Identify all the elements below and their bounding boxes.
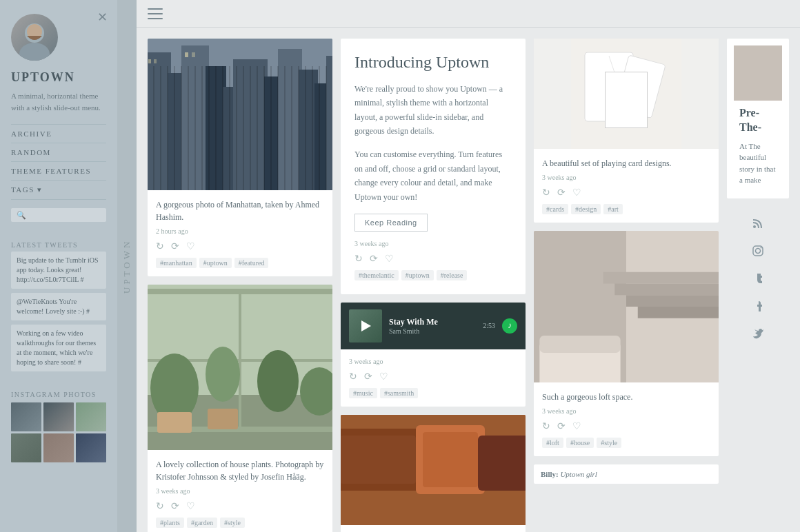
tag[interactable]: #house bbox=[566, 438, 594, 448]
play-icon[interactable] bbox=[361, 320, 371, 331]
tag[interactable]: #music bbox=[349, 388, 377, 398]
sidebar-item-tags[interactable]: TAGS ▾ bbox=[11, 181, 106, 200]
tag[interactable]: #art bbox=[603, 204, 623, 214]
post-actions: ↻ ⟳ ♡ bbox=[542, 187, 710, 198]
svg-rect-19 bbox=[185, 52, 188, 57]
column-2: Introducing Uptown We're really proud to… bbox=[341, 39, 526, 532]
tag[interactable]: #loft bbox=[542, 438, 563, 448]
tag[interactable]: #garden bbox=[187, 518, 217, 528]
share-icon[interactable]: ↻ bbox=[542, 187, 550, 198]
svg-rect-55 bbox=[614, 284, 719, 296]
sidebar-item-theme-features[interactable]: THEME FEATURES bbox=[11, 162, 106, 181]
like-icon[interactable]: ♡ bbox=[385, 253, 394, 265]
post-caption: A lovely collection of house plants. Pho… bbox=[156, 458, 324, 483]
sidebar-item-archive[interactable]: ARCHIVE bbox=[11, 124, 106, 143]
tag[interactable]: #style bbox=[220, 518, 245, 528]
post-body: A beautiful set of playing card designs.… bbox=[534, 149, 719, 223]
share-icon[interactable]: ↻ bbox=[354, 253, 363, 265]
svg-point-65 bbox=[761, 247, 762, 248]
hamburger-line bbox=[148, 13, 163, 14]
reblog-icon[interactable]: ⟳ bbox=[557, 420, 566, 432]
loft-post: 0:30 Such a gorgeous loft space. 3 weeks… bbox=[534, 231, 719, 456]
svg-rect-14 bbox=[299, 70, 318, 190]
like-icon[interactable]: ♡ bbox=[186, 241, 195, 252]
share-icon[interactable]: ↻ bbox=[349, 371, 357, 382]
post-time: 2 hours ago bbox=[156, 227, 324, 235]
post-caption: A beautiful set of playing card designs. bbox=[542, 157, 710, 170]
reblog-icon[interactable]: ⟳ bbox=[370, 253, 378, 265]
wallets-image bbox=[341, 415, 526, 525]
wallets-post: A gorgeous selection of leather wallets.… bbox=[341, 415, 526, 532]
instagram-photo[interactable] bbox=[76, 433, 106, 462]
svg-rect-8 bbox=[181, 45, 209, 190]
tag[interactable]: #cards bbox=[542, 204, 568, 214]
svg-rect-30 bbox=[157, 412, 192, 433]
top-bar bbox=[137, 0, 800, 28]
reblog-icon[interactable]: ⟳ bbox=[171, 500, 179, 512]
tag[interactable]: #themelantic bbox=[354, 270, 399, 280]
tag[interactable]: #style bbox=[597, 438, 621, 448]
instagram-photo[interactable] bbox=[43, 433, 74, 462]
svg-rect-59 bbox=[539, 336, 620, 353]
columns-wrapper: A gorgeous photo of Manhattan, taken by … bbox=[137, 28, 800, 532]
svg-rect-57 bbox=[638, 307, 719, 318]
music-title: Stay With Me bbox=[389, 317, 476, 327]
like-icon[interactable]: ♡ bbox=[379, 371, 388, 382]
tag[interactable]: #manhattan bbox=[156, 258, 197, 268]
post-tags: #music #samsmith bbox=[349, 388, 517, 398]
tag[interactable]: #design bbox=[571, 204, 601, 214]
reblog-icon[interactable]: ⟳ bbox=[557, 187, 566, 198]
scroll-area[interactable]: A gorgeous photo of Manhattan, taken by … bbox=[137, 28, 800, 532]
share-icon[interactable]: ↻ bbox=[156, 241, 164, 252]
svg-point-28 bbox=[257, 350, 299, 412]
twitter-icon[interactable] bbox=[748, 324, 768, 343]
svg-rect-31 bbox=[208, 409, 238, 429]
reblog-icon[interactable]: ⟳ bbox=[171, 241, 179, 252]
tag[interactable]: #samsmith bbox=[380, 388, 418, 398]
tumblr-icon[interactable] bbox=[748, 269, 768, 288]
svg-rect-18 bbox=[154, 59, 157, 63]
hamburger-line bbox=[148, 8, 163, 10]
post-actions: ↻ ⟳ ♡ bbox=[156, 241, 324, 252]
svg-rect-54 bbox=[603, 272, 719, 284]
music-artist: Sam Smith bbox=[389, 327, 476, 335]
tag[interactable]: #release bbox=[437, 270, 468, 280]
tag[interactable]: #uptown bbox=[199, 258, 232, 268]
post-time: 3 weeks ago bbox=[542, 407, 710, 415]
hamburger-line bbox=[148, 18, 163, 19]
instagram-photo[interactable] bbox=[11, 433, 41, 462]
rss-icon[interactable] bbox=[748, 214, 768, 233]
svg-point-27 bbox=[206, 347, 240, 402]
instagram-photo[interactable] bbox=[43, 402, 74, 431]
quote-text: Uptown girl bbox=[560, 470, 597, 478]
post-caption: Such a gorgeous loft space. bbox=[542, 391, 710, 403]
avatar-image bbox=[11, 14, 58, 61]
music-time: 2:53 bbox=[483, 322, 495, 329]
close-icon[interactable]: ✕ bbox=[97, 10, 108, 25]
reblog-icon[interactable]: ⟳ bbox=[364, 371, 372, 382]
sidebar-item-random[interactable]: RANDOM bbox=[11, 143, 106, 162]
post-tags: #plants #garden #style bbox=[156, 518, 324, 528]
keep-reading-button[interactable]: Keep Reading bbox=[354, 214, 428, 232]
hamburger-menu[interactable] bbox=[148, 8, 163, 19]
instagram-photo[interactable] bbox=[11, 402, 41, 431]
tag[interactable]: #uptown bbox=[401, 270, 434, 280]
tag[interactable]: #plants bbox=[156, 518, 184, 528]
instagram-photo[interactable] bbox=[76, 402, 106, 431]
like-icon[interactable]: ♡ bbox=[572, 187, 581, 198]
search-input[interactable] bbox=[11, 208, 106, 222]
svg-rect-38 bbox=[423, 432, 478, 487]
loft-image: 0:30 bbox=[534, 231, 719, 382]
share-icon[interactable]: ↻ bbox=[156, 500, 164, 512]
like-icon[interactable]: ♡ bbox=[186, 500, 195, 512]
like-icon[interactable]: ♡ bbox=[572, 420, 581, 432]
instagram-icon[interactable] bbox=[748, 241, 768, 260]
post-time: 3 weeks ago bbox=[156, 487, 324, 495]
spotify-icon[interactable]: ♪ bbox=[502, 318, 517, 334]
tag[interactable]: #featured bbox=[234, 258, 269, 268]
share-icon[interactable]: ↻ bbox=[542, 420, 550, 432]
preview-image bbox=[734, 45, 782, 101]
facebook-icon[interactable] bbox=[748, 296, 768, 316]
svg-point-62 bbox=[753, 225, 756, 228]
svg-rect-20 bbox=[192, 52, 195, 57]
